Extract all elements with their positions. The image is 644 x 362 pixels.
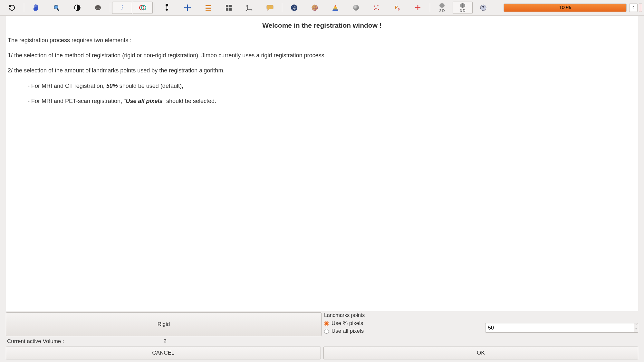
svg-text:CA: CA <box>293 5 296 8</box>
marker-icon[interactable]: Pp <box>387 2 407 14</box>
contrast-icon[interactable] <box>67 2 87 14</box>
toolbar: i xyz CACP <box>0 0 644 16</box>
svg-marker-31 <box>332 5 338 11</box>
refresh-icon[interactable] <box>2 2 22 14</box>
hand-icon[interactable] <box>26 2 46 14</box>
svg-point-7 <box>166 4 168 6</box>
svg-rect-1 <box>57 8 59 11</box>
progress-bar: 100% <box>504 4 627 12</box>
volume-row: Current active Volume : 2 <box>6 336 638 347</box>
svg-rect-15 <box>226 5 228 7</box>
svg-point-33 <box>374 5 375 7</box>
content-area: Welcome in the registration window ! The… <box>6 16 638 311</box>
bullet2: - For MRI and PET-scan registration, "Us… <box>8 97 636 105</box>
overlay-icon[interactable] <box>133 2 153 14</box>
plus-red-icon[interactable] <box>408 2 428 14</box>
svg-point-28 <box>312 5 318 11</box>
svg-point-36 <box>378 9 379 10</box>
svg-rect-8 <box>167 6 167 9</box>
speech-icon[interactable] <box>260 2 280 14</box>
svg-point-34 <box>377 5 379 6</box>
info-icon[interactable]: i <box>112 2 132 14</box>
pin-icon[interactable] <box>157 2 177 14</box>
landmarks-title: Landmarks points <box>324 312 638 318</box>
ok-button[interactable]: OK <box>323 347 639 359</box>
svg-point-0 <box>54 5 58 9</box>
crosshair-icon[interactable] <box>178 2 197 14</box>
percent-spinner[interactable]: ▲▼ <box>634 323 638 333</box>
page-indicator[interactable]: 2 <box>629 4 638 12</box>
bullet1: - For MRI and CT registration, 50% shoul… <box>8 82 636 90</box>
landmarks-group: Landmarks points Use % pixels Use all pi… <box>324 312 638 336</box>
svg-text:z: z <box>245 9 247 12</box>
svg-text:y: y <box>246 4 247 7</box>
svg-point-35 <box>375 8 377 9</box>
cacp-icon[interactable]: CACP <box>284 2 304 14</box>
colormap-icon[interactable] <box>325 2 345 14</box>
sphere-icon[interactable] <box>346 2 366 14</box>
brain3d-icon[interactable]: 3 D <box>453 2 473 14</box>
step1-text: 1/ the selection of the method of regist… <box>8 51 636 60</box>
svg-text:P: P <box>395 5 398 10</box>
axes-icon[interactable]: xyz <box>239 2 259 14</box>
brain2d-icon[interactable]: 2 D <box>432 2 452 14</box>
zoom-icon[interactable] <box>47 2 67 14</box>
svg-text:x: x <box>251 9 253 12</box>
svg-text:i: i <box>121 4 123 11</box>
svg-text:?: ? <box>482 5 485 10</box>
scatter-icon[interactable] <box>367 2 387 14</box>
help-icon[interactable]: ? <box>473 2 493 14</box>
controls-panel: Rigid Landmarks points Use % pixels Use … <box>0 311 644 362</box>
step2-text: 2/ the selection of the amount of landma… <box>8 67 636 75</box>
svg-point-3 <box>95 5 101 10</box>
intro-text: The registration process requires two el… <box>8 36 636 44</box>
brain-icon[interactable] <box>88 2 108 14</box>
svg-text:CP: CP <box>293 8 296 10</box>
percent-input[interactable] <box>485 323 634 333</box>
grid-icon[interactable] <box>219 2 239 14</box>
page-title: Welcome in the registration window ! <box>8 22 636 29</box>
radio-use-all[interactable]: Use all pixels <box>324 328 482 334</box>
svg-rect-17 <box>226 8 228 11</box>
svg-point-37 <box>374 9 375 10</box>
svg-text:p: p <box>398 7 400 11</box>
svg-point-32 <box>353 5 359 11</box>
globe-icon[interactable] <box>305 2 325 14</box>
svg-point-42 <box>439 3 445 8</box>
list-icon[interactable] <box>198 2 218 14</box>
radio-use-percent[interactable]: Use % pixels <box>324 320 482 327</box>
page-spinner[interactable] <box>639 4 642 12</box>
cancel-button[interactable]: CANCEL <box>6 347 321 359</box>
svg-rect-18 <box>229 8 232 11</box>
svg-rect-16 <box>229 5 232 7</box>
rigid-button[interactable]: Rigid <box>6 312 322 336</box>
